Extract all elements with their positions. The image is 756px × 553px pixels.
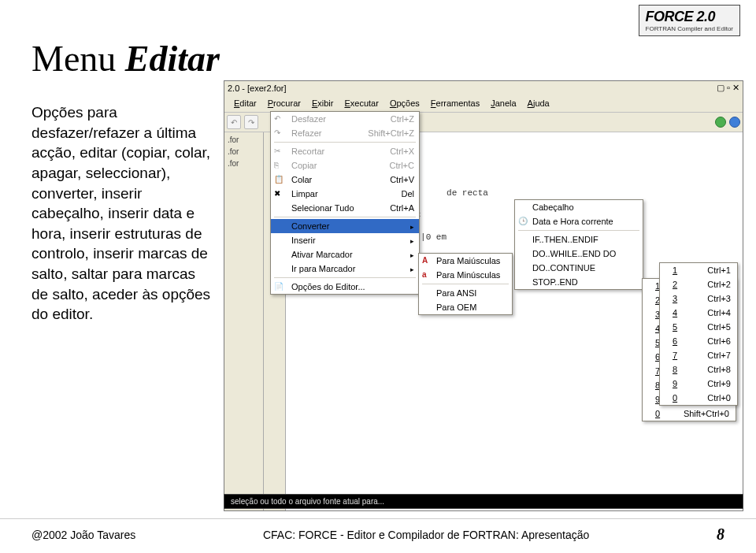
menu-item[interactable]: aPara Minúsculas [419,268,512,282]
body-paragraph: Opções para desfazer/refazer a última ac… [32,102,213,325]
menu-item[interactable]: 📄Opções do Editor... [271,280,419,294]
menu-item[interactable]: DO..WHILE..END DO [515,247,643,261]
menu-item[interactable]: Cabeçalho [515,200,643,214]
menu-item[interactable]: Executar [339,97,383,109]
menu-editar[interactable]: ↶DesfazerCtrl+Z↷RefazerShift+Ctrl+Z✂Reco… [270,111,420,295]
window-controls: ▢ ▫ ✕ [717,83,739,93]
menu-item[interactable]: 2Ctrl+2 [660,277,737,291]
file-tab[interactable]: .for [224,134,263,146]
file-sidebar: .for.for.for [224,132,264,510]
menu-item[interactable]: Janela [486,97,521,109]
menu-item[interactable]: APara Maiúsculas [419,254,512,268]
menu-item[interactable]: 8Ctrl+8 [660,362,737,377]
menu-item[interactable]: Para ANSI [419,286,512,300]
menu-item[interactable]: Converter▸ [271,219,419,233]
page-title: Menu Editar [32,38,220,80]
footer-center: CFAC: FORCE - Editor e Compilador de FOR… [263,529,589,541]
menu-item[interactable]: Para OEM [419,300,512,314]
slide-footer: @2002 João Tavares CFAC: FORCE - Editor … [0,518,756,544]
menu-item[interactable]: 4Ctrl+4 [660,306,737,320]
logo: FORCE 2.0 FORTRAN Compiler and Editor [639,5,740,36]
footer-page: 8 [717,525,724,544]
logo-brand: FORCE 2.0 [646,9,733,25]
menu-item[interactable]: ✂RecortarCtrl+X [271,144,419,158]
window-title: 2.0 - [exer2.for] [228,84,287,93]
submenu-ir-marcador[interactable]: 1Ctrl+12Ctrl+23Ctrl+34Ctrl+45Ctrl+56Ctrl… [659,262,738,406]
menu-item[interactable]: ✖LimparDel [271,187,419,201]
file-tab[interactable]: .for [224,146,263,158]
menu-item[interactable]: 🕒Data e Hora corrente [515,214,643,228]
toolbar-icon[interactable]: ↷ [244,115,258,129]
menu-item[interactable]: 0Ctrl+0 [660,391,737,405]
toolbar-icon[interactable]: ↶ [227,115,241,129]
menu-item[interactable]: DO..CONTINUE [515,261,643,275]
logo-subtitle: FORTRAN Compiler and Editor [646,25,733,32]
pause-icon[interactable] [729,117,740,128]
menu-item[interactable]: ↷RefazerShift+Ctrl+Z [271,126,419,140]
file-tab[interactable]: .for [224,158,263,169]
menu-item[interactable]: Opções [385,97,424,109]
submenu-inserir[interactable]: Cabeçalho🕒Data e Hora correnteIF..THEN..… [514,199,643,290]
menu-item[interactable]: 7Ctrl+7 [660,348,737,362]
menu-item[interactable]: 📋ColarCtrl+V [271,173,419,187]
menu-item[interactable]: STOP..END [515,275,643,289]
menubar[interactable]: EditarProcurarExibirExecutarOpçõesFerram… [224,95,743,113]
menu-item[interactable]: 3Ctrl+3 [660,291,737,306]
menu-item[interactable]: Ativar Marcador▸ [271,247,419,262]
menu-item[interactable]: IF..THEN..ENDIF [515,232,643,247]
menu-item[interactable]: Ir para Marcador▸ [271,262,419,276]
menu-item[interactable]: Inserir▸ [271,233,419,247]
submenu-converter[interactable]: APara MaiúsculasaPara MinúsculasPara ANS… [418,253,513,315]
menu-item[interactable]: Selecionar TudoCtrl+A [271,201,419,215]
menu-item[interactable]: Editar [229,97,261,109]
menu-item[interactable]: 5Ctrl+5 [660,320,737,334]
run-icon[interactable] [715,117,726,128]
menu-item[interactable]: Ajuda [523,97,554,109]
menu-item[interactable]: Procurar [263,97,306,109]
menu-item[interactable]: ↶DesfazerCtrl+Z [271,112,419,126]
menu-item[interactable]: 6Ctrl+6 [660,334,737,348]
menu-item[interactable]: ⎘CopiarCtrl+C [271,158,419,173]
menu-item[interactable]: 1Ctrl+1 [660,263,737,277]
editor-screenshot: 2.0 - [exer2.for] ▢ ▫ ✕ EditarProcurarEx… [224,80,743,511]
menu-item[interactable]: Ferramentas [426,97,484,109]
menu-item[interactable]: 9Ctrl+9 [660,377,737,391]
footer-author: @2002 João Tavares [32,529,135,541]
status-bar: seleção ou todo o arquivo fonte atual pa… [224,494,743,509]
menu-item[interactable]: 0Shift+Ctrl+0 [643,406,736,421]
menu-item[interactable]: Exibir [307,97,339,109]
